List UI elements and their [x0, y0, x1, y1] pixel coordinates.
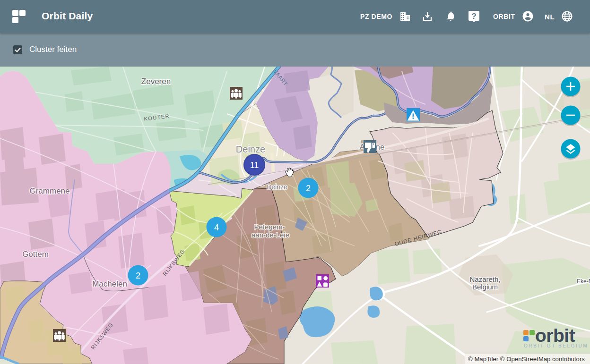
svg-text:?: ?	[471, 12, 476, 21]
svg-text:aan-de-Leie: aan-de-Leie	[252, 231, 289, 239]
svg-text:Nazareth,: Nazareth,	[469, 275, 500, 283]
svg-text:2: 2	[306, 184, 311, 193]
svg-text:2: 2	[136, 271, 140, 280]
svg-text:ORBIT GT BELGIUM: ORBIT GT BELGIUM	[524, 343, 588, 348]
svg-text:Petegem-: Petegem-	[254, 223, 285, 231]
svg-text:4: 4	[214, 223, 219, 232]
svg-text:11: 11	[250, 161, 259, 170]
svg-text:Zeveren: Zeveren	[141, 77, 171, 86]
svg-text:Belgium: Belgium	[472, 283, 498, 291]
svg-text:Gottem: Gottem	[22, 250, 49, 259]
svg-text:© MapTiler © OpenStreetMap con: © MapTiler © OpenStreetMap contributors	[468, 356, 585, 363]
svg-text:Deinze: Deinze	[236, 144, 265, 154]
svg-text:Deinze: Deinze	[267, 183, 287, 191]
svg-text:Machelen: Machelen	[92, 279, 127, 288]
svg-text:Eke-N: Eke-N	[577, 278, 590, 285]
svg-text:Grammene: Grammene	[29, 186, 69, 195]
svg-text:orbit: orbit	[535, 325, 575, 346]
